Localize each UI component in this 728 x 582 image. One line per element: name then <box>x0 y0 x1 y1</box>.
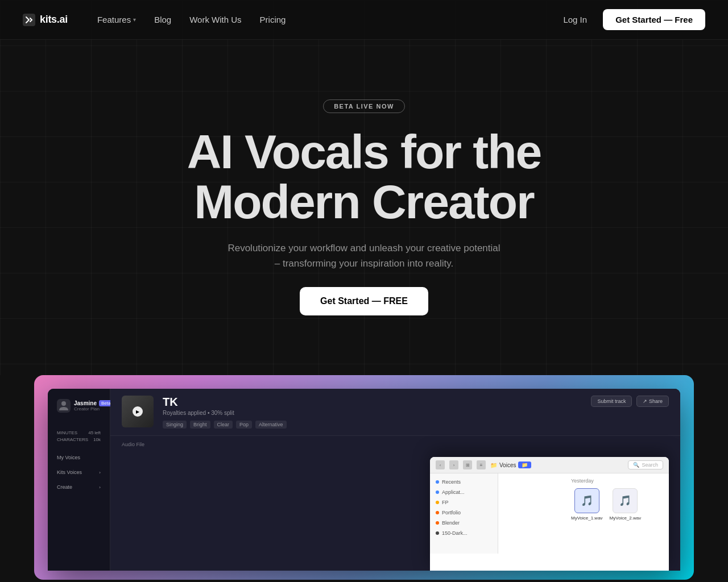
portfolio-icon <box>436 511 439 514</box>
track-thumbnail: ▶ <box>122 396 154 427</box>
nav-links: Features ▾ Blog Work With Us Pricing <box>90 11 293 28</box>
file-browser-main: Yesterday 🎵 MyVoice_1.wav 🎵 MyVoice_2.wa… <box>566 473 646 554</box>
app-preview-section: Jasmine Beta Creator Plan MINUTES 45 lef… <box>0 375 728 580</box>
recents-icon <box>436 480 439 484</box>
app-sidebar: Jasmine Beta Creator Plan MINUTES 45 lef… <box>48 389 110 571</box>
file-icon-2: 🎵 <box>613 488 638 513</box>
tag-singing: Singing <box>163 421 187 429</box>
file-browser-sidebar: Recents Applicat... FP <box>430 473 498 554</box>
share-button[interactable]: ↗ Share <box>636 396 669 407</box>
tag-clear: Clear <box>214 421 233 429</box>
submit-track-button[interactable]: Submit track <box>591 396 632 407</box>
sidebar-item-kits-voices[interactable]: Kits Voices › <box>55 467 103 478</box>
sidebar-stats: MINUTES 45 left CHARACTERS 10k <box>55 429 103 444</box>
file-browser: ‹ › ⊞ ≡ 📁 Voices 📁 🔍 Search <box>430 457 669 571</box>
search-icon: 🔍 <box>633 462 639 468</box>
track-royalties: Royalties applied • 30% split <box>163 410 582 416</box>
track-tags: Singing Bright Clear Pop Alternative <box>163 421 582 429</box>
applications-icon <box>436 490 439 494</box>
share-icon: ↗ <box>643 398 649 404</box>
file-icon-1: 🎵 <box>574 488 599 513</box>
hero-content: BETA LIVE NOW AI Vocals for the Modern C… <box>176 77 553 339</box>
list-view-button[interactable]: ≡ <box>477 460 486 469</box>
sidebar-item-my-voices[interactable]: My Voices <box>55 452 103 463</box>
chevron-down-icon: ▾ <box>133 16 136 23</box>
nav-pricing[interactable]: Pricing <box>253 11 293 28</box>
track-name: TK <box>163 396 582 409</box>
nav-features[interactable]: Features ▾ <box>90 11 143 28</box>
file-browser-toolbar: ‹ › ⊞ ≡ 📁 Voices 📁 🔍 Search <box>430 457 669 473</box>
navbar: kits.ai Features ▾ Blog Work With Us Pri… <box>0 0 728 40</box>
breadcrumb-badge: 📁 <box>518 462 531 468</box>
logo[interactable]: kits.ai <box>23 14 68 26</box>
sidebar-header: Jasmine Beta Creator Plan <box>55 396 103 416</box>
hero-cta-button[interactable]: Get Started — FREE <box>300 287 428 315</box>
hero-section: BETA LIVE NOW AI Vocals for the Modern C… <box>0 0 728 375</box>
breadcrumb: 📁 Voices 📁 <box>490 462 531 468</box>
sidebar-user-icon <box>57 399 71 413</box>
chevron-right-icon: › <box>99 470 101 475</box>
file-search[interactable]: 🔍 Search <box>628 460 663 469</box>
track-actions: Submit track ↗ Share <box>591 396 669 407</box>
app-main: ▶ TK Royalties applied • 30% split Singi… <box>110 389 680 571</box>
track-info: TK Royalties applied • 30% split Singing… <box>163 396 582 429</box>
tag-bright: Bright <box>190 421 210 429</box>
beta-badge: BETA LIVE NOW <box>323 99 405 113</box>
fb-item-applications[interactable]: Applicat... <box>430 487 498 497</box>
chevron-right-icon-2: › <box>99 485 101 490</box>
file-browser-content: Recents Applicat... FP <box>430 473 669 571</box>
logo-text: kits.ai <box>40 14 68 26</box>
audio-section: Audio File <box>110 436 680 453</box>
blender-icon <box>436 521 439 525</box>
preview-wrapper: Jasmine Beta Creator Plan MINUTES 45 lef… <box>34 375 694 580</box>
sidebar-item-create[interactable]: Create › <box>55 481 103 493</box>
tag-alternative: Alternative <box>255 421 287 429</box>
app-window: Jasmine Beta Creator Plan MINUTES 45 lef… <box>48 389 680 571</box>
hero-subtitle: Revolutionize your workflow and unleash … <box>228 240 500 271</box>
file-item-2[interactable]: 🎵 MyVoice_2.wav <box>610 488 642 521</box>
sidebar-plan: Creator Plan <box>74 406 113 411</box>
file-name-2: MyVoice_2.wav <box>610 516 642 521</box>
fb-item-blender[interactable]: Blender <box>430 518 498 528</box>
get-started-nav-button[interactable]: Get Started — Free <box>603 9 705 30</box>
svg-point-1 <box>61 401 66 406</box>
nav-right: Log In Get Started — Free <box>556 9 705 30</box>
fb-item-150dark[interactable]: 150-Dark... <box>430 528 498 538</box>
sidebar-username: Jasmine <box>74 400 97 406</box>
date-label: Yesterday <box>571 478 641 484</box>
back-button[interactable]: ‹ <box>436 460 445 469</box>
file-list: 🎵 MyVoice_1.wav 🎵 MyVoice_2.wav <box>571 488 641 521</box>
logo-icon <box>23 14 35 26</box>
file-item-1[interactable]: 🎵 MyVoice_1.wav <box>571 488 603 521</box>
stat-characters: CHARACTERS 10k <box>55 437 103 442</box>
play-button[interactable]: ▶ <box>133 406 143 417</box>
grid-view-button[interactable]: ⊞ <box>463 460 472 469</box>
nav-left: kits.ai Features ▾ Blog Work With Us Pri… <box>23 11 292 28</box>
fb-item-recents[interactable]: Recents <box>430 477 498 487</box>
dark-icon <box>436 531 439 535</box>
tag-pop: Pop <box>236 421 252 429</box>
fp-icon <box>436 501 439 504</box>
forward-button[interactable]: › <box>449 460 458 469</box>
hero-title: AI Vocals for the Modern Creator <box>187 127 541 227</box>
fb-item-portfolio[interactable]: Portfolio <box>430 508 498 518</box>
file-name-1: MyVoice_1.wav <box>571 516 603 521</box>
fb-item-fp[interactable]: FP <box>430 497 498 508</box>
track-header: ▶ TK Royalties applied • 30% split Singi… <box>110 389 680 436</box>
stat-minutes: MINUTES 45 left <box>55 430 103 435</box>
nav-blog[interactable]: Blog <box>147 11 178 28</box>
nav-work-with-us[interactable]: Work With Us <box>183 11 248 28</box>
login-button[interactable]: Log In <box>556 11 594 28</box>
